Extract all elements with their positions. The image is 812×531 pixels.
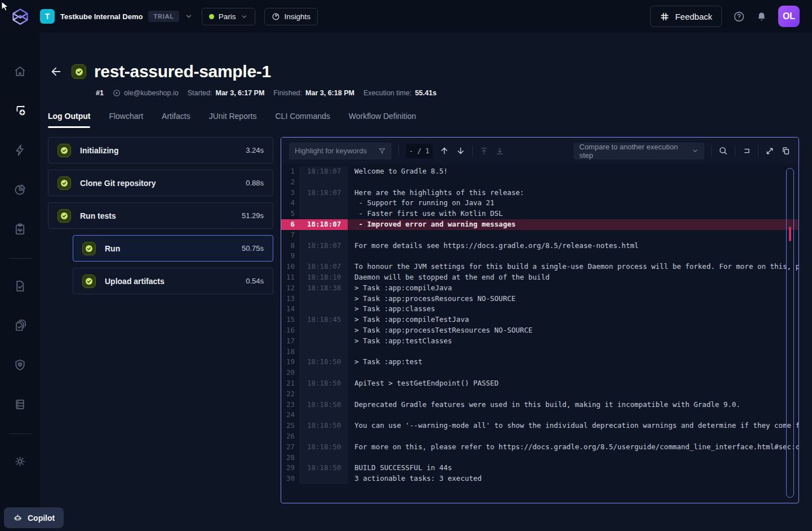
log-line-timestamp [299, 177, 348, 188]
execution-time-meta: Execution time:55.41s [363, 89, 437, 97]
sidebar-item-home[interactable] [9, 60, 32, 82]
sidebar-item-workflows[interactable] [9, 99, 32, 122]
log-line-number: 12 [281, 283, 299, 294]
log-line-text: Here are the highlights of this release: [348, 188, 798, 198]
search-icon[interactable] [718, 146, 728, 156]
org-avatar-badge[interactable]: T [40, 9, 55, 24]
expand-fullscreen-icon[interactable] [765, 147, 774, 156]
log-line-number: 10 [281, 262, 299, 272]
log-line-text: > Task :app:processTestResources NO-SOUR… [348, 325, 798, 336]
log-line: 16> Task :app:processTestResources NO-SO… [281, 325, 798, 336]
toolbar-divider [711, 145, 712, 157]
log-line-number: 21 [281, 378, 299, 389]
copy-logs-icon[interactable] [781, 146, 791, 156]
log-line: 5 - Faster first use with Kotlin DSL [281, 209, 798, 219]
log-line: 7 [281, 230, 798, 241]
log-line: 9 [281, 251, 798, 262]
log-line-text: You can use '--warning-mode all' to show… [348, 421, 798, 431]
log-line-text: > Task :app:compileJava [348, 283, 798, 294]
log-line-number: 16 [281, 325, 299, 336]
log-line-text [348, 453, 798, 463]
log-line-number: 7 [281, 230, 299, 241]
sidebar-item-files-check[interactable] [9, 314, 32, 337]
insights-label: Insights [285, 12, 311, 21]
sidebar-item-file-check[interactable] [9, 275, 32, 297]
compare-execution-select[interactable]: Compare to another execution step [574, 143, 704, 160]
sidebar-item-clipboard-pulse[interactable] [9, 218, 32, 240]
log-line: 2 [281, 177, 798, 188]
help-icon[interactable] [733, 11, 745, 23]
sidebar-item-shield-gear[interactable] [9, 353, 32, 376]
log-line: 4 - Support for running on Java 21 [281, 198, 798, 209]
step-run[interactable]: Run50.75s [73, 235, 273, 262]
log-line-number: 3 [281, 188, 299, 198]
started-meta: Started:Mar 3, 6:17 PM [188, 89, 265, 97]
file-check-icon [14, 280, 26, 293]
user-avatar[interactable]: OL [778, 6, 800, 27]
org-chevron-down-icon[interactable] [185, 12, 193, 20]
notifications-bell-icon[interactable] [756, 11, 767, 22]
step-duration: 0.54s [246, 277, 264, 285]
log-line-timestamp [299, 389, 348, 400]
tab-flowchart[interactable]: Flowchart [109, 112, 143, 128]
log-line-text: - Support for running on Java 21 [348, 198, 798, 209]
log-line-number: 24 [281, 410, 299, 421]
next-match-arrow-down-icon[interactable] [456, 146, 465, 156]
log-line-timestamp [299, 325, 348, 336]
log-line: 1918:18:50> Task :app:test [281, 357, 798, 368]
insights-button[interactable]: Insights [264, 8, 318, 25]
log-line-text: > Task :app:classes [348, 304, 798, 315]
robot-icon [13, 513, 23, 523]
environment-selector[interactable]: Paris [202, 8, 255, 25]
log-line: 1118:18:10Daemon will be stopped at the … [281, 272, 798, 283]
scroll-to-bottom-icon[interactable] [495, 147, 504, 156]
tab-log-output[interactable]: Log Output [48, 112, 90, 128]
log-line-timestamp: 18:18:50 [299, 357, 348, 368]
log-line-number: 28 [281, 453, 299, 463]
back-button[interactable] [50, 65, 63, 78]
tab-junit-reports[interactable]: JUnit Reports [209, 112, 257, 128]
sidebar-divider [9, 258, 32, 259]
testkube-logo[interactable] [0, 5, 40, 28]
step-upload-artifacts[interactable]: Upload artifacts0.54s [73, 268, 273, 294]
slack-icon [660, 12, 669, 21]
log-line: 1018:18:07To honour the JVM settings for… [281, 262, 798, 272]
feedback-label: Feedback [675, 12, 712, 21]
copilot-button[interactable]: Copilot [4, 507, 64, 528]
log-line-timestamp: 18:18:07 [299, 219, 348, 230]
log-scrollbar[interactable] [786, 168, 794, 498]
previous-match-arrow-up-icon[interactable] [440, 146, 449, 156]
step-clone-git-repository[interactable]: Clone Git repository0.88s [48, 170, 273, 196]
log-line: 13> Task :app:processResources NO-SOURCE [281, 294, 798, 304]
tab-bar: Log OutputFlowchartArtifactsJUnit Report… [40, 97, 812, 128]
log-lines-container[interactable]: 118:18:07Welcome to Gradle 8.5!2318:18:0… [281, 164, 798, 503]
sidebar-item-server-stack[interactable] [9, 393, 32, 415]
tab-workflow-definition[interactable]: Workflow Definition [349, 112, 416, 128]
tab-artifacts[interactable]: Artifacts [162, 112, 190, 128]
sidebar-item-pie-chart[interactable] [9, 178, 32, 201]
log-line-text: For more details see https://docs.gradle… [348, 241, 798, 251]
step-label: Initializing [80, 146, 118, 155]
log-line: 22 [281, 389, 798, 400]
step-initializing[interactable]: Initializing3.24s [48, 137, 273, 163]
log-line-number: 4 [281, 198, 299, 209]
sidebar-item-lightning[interactable] [9, 139, 32, 161]
highlight-keywords-input[interactable]: Highlight for keywords [289, 143, 392, 160]
feedback-button[interactable]: Feedback [650, 6, 722, 27]
tab-cli-commands[interactable]: CLI Commands [276, 112, 330, 128]
log-line-number: 1 [281, 166, 299, 177]
step-status-success-icon [82, 242, 96, 255]
sidebar-item-gear[interactable] [9, 450, 32, 472]
log-line: 2918:18:50BUILD SUCCESSFUL in 44s [281, 463, 798, 474]
scroll-to-top-icon[interactable] [480, 147, 489, 156]
log-line-timestamp [299, 209, 348, 219]
step-label: Run tests [80, 211, 116, 220]
log-line-number: 5 [281, 209, 299, 219]
workflows-icon [14, 104, 27, 117]
step-run-tests[interactable]: Run tests51.29s [48, 202, 273, 229]
word-wrap-icon[interactable] [742, 147, 751, 156]
gear-icon [14, 455, 26, 468]
log-line-text: Deprecated Gradle features were used in … [348, 400, 798, 410]
pie-chart-icon [14, 183, 26, 196]
log-line-timestamp [299, 304, 348, 315]
